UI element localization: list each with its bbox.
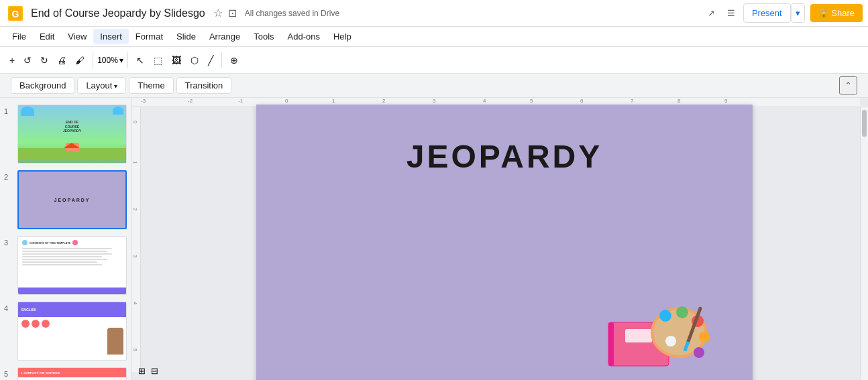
undo-icon: ↺: [23, 55, 32, 66]
palette-decoration: [605, 296, 712, 369]
canvas-area[interactable]: -3 -2 -1 0 1 2 3 4 5 6 7 8 9 0 1 2 3 4 5: [131, 98, 868, 380]
frame-tool-btn[interactable]: ⬚: [150, 52, 166, 68]
save-status: All changes saved in Drive: [245, 9, 339, 18]
activity-icon: ↗: [708, 8, 715, 18]
shape-icon: ⬡: [191, 55, 199, 66]
select-icon: ↖: [136, 55, 144, 66]
frame-icon: ⬚: [154, 55, 162, 66]
scroll-thumb-v[interactable]: [862, 110, 867, 137]
menu-file[interactable]: File: [5, 29, 33, 44]
slide-canvas[interactable]: JEOPARDY: [256, 105, 753, 380]
scrollbar-vertical[interactable]: [860, 107, 868, 380]
folder-icon[interactable]: ⊡: [228, 7, 237, 19]
menu-slide[interactable]: Slide: [170, 29, 203, 44]
zoom-dropdown-icon: ▾: [119, 56, 123, 65]
view-controls: ⊞ ⊟: [137, 365, 160, 377]
add-alt-icon: ⊕: [230, 55, 238, 66]
layout-btn[interactable]: Layout: [77, 77, 126, 94]
title-bar: G End of Course Jeopardy by Slidesgo ☆ ⊡…: [0, 0, 868, 27]
svg-point-15: [694, 347, 704, 358]
slide-main-title[interactable]: JEOPARDY: [406, 138, 603, 175]
image-tool-btn[interactable]: 🖼: [168, 52, 185, 68]
slide-toolbar: Background Layout Theme Transition ⌃: [0, 74, 868, 98]
slide-item-4[interactable]: 4 ENGLISH: [3, 300, 128, 362]
menu-insert[interactable]: Insert: [93, 29, 129, 44]
svg-point-12: [676, 306, 688, 318]
menu-format[interactable]: Format: [129, 29, 170, 44]
svg-text:G: G: [12, 9, 19, 19]
add-btn-alt[interactable]: ⊕: [226, 52, 242, 68]
present-button[interactable]: Present: [743, 3, 791, 23]
image-icon: 🖼: [172, 55, 181, 66]
svg-point-10: [665, 336, 676, 346]
svg-point-14: [699, 332, 710, 342]
background-btn[interactable]: Background: [11, 77, 74, 94]
shape-tool-btn[interactable]: ⬡: [186, 52, 203, 68]
star-icon[interactable]: ☆: [213, 7, 223, 19]
transition-btn[interactable]: Transition: [176, 77, 232, 94]
add-slide-btn[interactable]: +: [5, 52, 19, 68]
slide-num-5: 5: [4, 370, 15, 378]
svg-rect-7: [625, 329, 652, 342]
ruler-vertical: 0 1 2 3 4 5: [131, 107, 141, 372]
slide-num-3: 3: [4, 239, 15, 247]
menu-bar: File Edit View Insert Format Slide Arran…: [0, 27, 868, 47]
slide-num-2: 2: [4, 173, 15, 181]
menu-add-ons[interactable]: Add-ons: [281, 29, 327, 44]
theme-btn[interactable]: Theme: [129, 77, 173, 94]
app-logo: G: [5, 3, 25, 23]
doc-title: End of Course Jeopardy by Slidesgo: [31, 7, 205, 19]
print-btn[interactable]: 🖨: [53, 52, 70, 68]
slide-num-1: 1: [4, 107, 15, 115]
slide-thumb-1: END OFCOURSEJEOPARDY: [17, 105, 127, 164]
select-tool-btn[interactable]: ↖: [132, 52, 148, 68]
menu-view[interactable]: View: [61, 29, 93, 44]
slide-thumb-2: JEOPARDY: [17, 170, 127, 229]
toolbar-sep-2: [127, 52, 128, 68]
grid-view-btn[interactable]: ⊞: [137, 365, 147, 377]
menu-edit[interactable]: Edit: [33, 29, 61, 44]
menu-arrange[interactable]: Arrange: [203, 29, 247, 44]
paint-format-btn[interactable]: 🖌: [71, 52, 89, 68]
list-icon: ⊟: [151, 366, 158, 376]
slide-item-5[interactable]: 5 1. COMPLETE THE SENTENCE: [3, 366, 128, 380]
redo-icon: ↻: [40, 55, 48, 66]
toolbar-sep-3: [221, 52, 222, 68]
toolbar-left-group: + ↺ ↻ 🖨 🖌: [5, 52, 89, 68]
present-dropdown-button[interactable]: ▾: [791, 3, 805, 23]
menu-tools[interactable]: Tools: [247, 29, 280, 44]
undo-btn[interactable]: ↺: [19, 52, 36, 68]
slide-thumb-3: CONTENTS OF THIS TEMPLATE: [17, 236, 127, 295]
main-area: 1 END OFCOURSEJEOPARDY 2: [0, 98, 868, 380]
menu-help[interactable]: Help: [327, 29, 358, 44]
redo-btn[interactable]: ↻: [36, 52, 52, 68]
zoom-value: 100%: [97, 56, 118, 65]
grid-icon: ⊞: [138, 366, 146, 376]
comments-icon: ☰: [727, 8, 735, 18]
zoom-control[interactable]: 100% ▾: [97, 56, 123, 65]
slide-thumb-4: ENGLISH: [17, 302, 127, 361]
svg-point-11: [659, 310, 671, 322]
slide-item-1[interactable]: 1 END OFCOURSEJEOPARDY: [3, 103, 128, 165]
slide-panel: 1 END OFCOURSEJEOPARDY 2: [0, 98, 131, 380]
toolbar: + ↺ ↻ 🖨 🖌 100% ▾ ↖ ⬚ 🖼 ⬡ ╱ ⊕: [0, 47, 868, 74]
slide-item-3[interactable]: 3 CONTENTS OF THIS TEMPLATE: [3, 235, 128, 296]
share-button[interactable]: 🔒 Share: [810, 4, 863, 22]
line-tool-btn[interactable]: ╱: [204, 52, 217, 68]
add-icon: +: [9, 55, 15, 66]
collapse-btn[interactable]: ⌃: [839, 76, 857, 94]
slide-num-4: 4: [4, 304, 15, 312]
activity-button[interactable]: ↗: [704, 4, 719, 22]
collapse-icon: ⌃: [845, 80, 852, 90]
comments-button[interactable]: ☰: [723, 4, 739, 22]
slide-thumb-5: 1. COMPLETE THE SENTENCE: [17, 367, 127, 380]
svg-rect-6: [608, 322, 614, 366]
slide-item-2[interactable]: 2 JEOPARDY: [3, 169, 128, 231]
toolbar-sep-1: [93, 52, 93, 68]
print-icon: 🖨: [57, 55, 66, 66]
line-icon: ╱: [208, 55, 213, 66]
list-view-btn[interactable]: ⊟: [150, 365, 160, 377]
paint-icon: 🖌: [75, 55, 85, 66]
